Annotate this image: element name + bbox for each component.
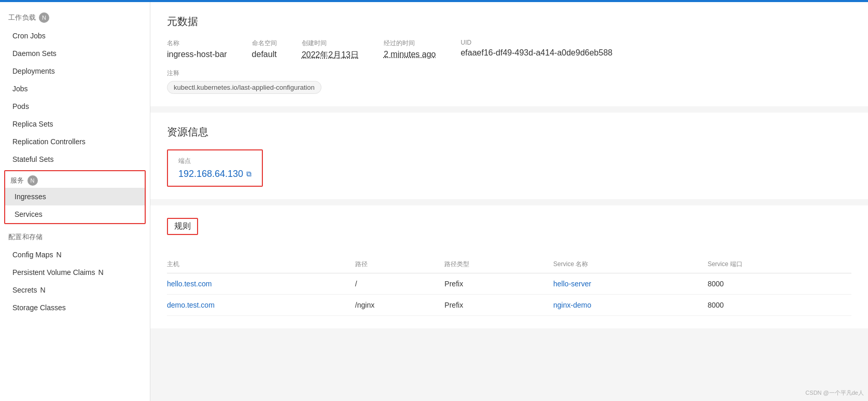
sidebar-item-storage-classes[interactable]: Storage Classes xyxy=(0,299,150,316)
col-path-type: 路径类型 xyxy=(444,256,553,273)
sidebar-item-stateful-sets[interactable]: Stateful Sets xyxy=(0,150,150,168)
metadata-title: 元数据 xyxy=(167,15,851,29)
metadata-section: 元数据 名称 ingress-host-bar 命名空间 default 创建时… xyxy=(150,2,868,106)
annotations-label: 注释 xyxy=(167,69,851,78)
namespace-field: 命名空间 default xyxy=(252,39,277,61)
sidebar-item-secrets[interactable]: Secrets N xyxy=(0,281,150,299)
created-field: 创建时间 2022年2月13日 xyxy=(302,39,359,61)
sidebar-item-config-maps[interactable]: Config Maps N xyxy=(0,246,150,264)
sidebar: 工作负载 N Cron Jobs Daemon Sets Deployments… xyxy=(0,2,150,401)
services-label: 服务 xyxy=(10,176,24,185)
row1-path-type: Prefix xyxy=(444,273,553,295)
row1-service-port: 8000 xyxy=(708,273,851,295)
row2-host[interactable]: demo.test.com xyxy=(167,295,355,316)
row2-path-type: Prefix xyxy=(444,295,553,316)
rules-table: 主机 路径 路径类型 Service 名称 Service 端口 hello.t… xyxy=(167,256,851,316)
config-section-header: 配置和存储 xyxy=(0,226,150,246)
row2-path: /nginx xyxy=(355,295,445,316)
col-service-name: Service 名称 xyxy=(553,256,708,273)
name-label: 名称 xyxy=(167,39,227,48)
watermark: CSDN @一个平凡de人 xyxy=(805,389,864,397)
services-section-box: 服务 N Ingresses Services xyxy=(4,170,146,224)
created-value: 2022年2月13日 xyxy=(302,50,359,61)
resource-info-title: 资源信息 xyxy=(167,125,851,139)
sidebar-item-replication-controllers[interactable]: Replication Controllers xyxy=(0,133,150,150)
row1-service-name[interactable]: hello-server xyxy=(553,273,708,295)
pvc-badge: N xyxy=(99,268,104,276)
sidebar-item-pvc[interactable]: Persistent Volume Claims N xyxy=(0,264,150,281)
rules-title: 规则 xyxy=(167,218,198,235)
row1-path: / xyxy=(355,273,445,295)
namespace-value: default xyxy=(252,50,277,59)
sidebar-item-services[interactable]: Services xyxy=(5,205,145,223)
created-label: 创建时间 xyxy=(302,39,359,48)
uid-field: UID efaaef16-df49-493d-a414-a0de9d6eb588 xyxy=(460,39,612,61)
age-value: 2 minutes ago xyxy=(384,50,436,59)
rules-section: 规则 主机 路径 路径类型 Service 名称 Service 端口 hell… xyxy=(150,205,868,328)
table-row: hello.test.com / Prefix hello-server 800… xyxy=(167,273,851,295)
config-maps-badge: N xyxy=(57,251,62,259)
external-link-icon[interactable]: ⧉ xyxy=(246,170,251,178)
age-label: 经过的时间 xyxy=(384,39,436,48)
secrets-badge: N xyxy=(40,286,45,294)
col-host: 主机 xyxy=(167,256,355,273)
annotations-row: 注释 kubectl.kubernetes.io/last-applied-co… xyxy=(167,69,851,94)
endpoint-ip: 192.168.64.130 xyxy=(178,169,243,179)
endpoint-box: 端点 192.168.64.130 ⧉ xyxy=(167,149,263,187)
workload-section-header: 工作负载 N xyxy=(0,6,150,27)
col-service-port: Service 端口 xyxy=(708,256,851,273)
resource-info-section: 资源信息 端点 192.168.64.130 ⧉ xyxy=(150,113,868,199)
row1-host[interactable]: hello.test.com xyxy=(167,273,355,295)
endpoint-value[interactable]: 192.168.64.130 ⧉ xyxy=(178,169,251,179)
sidebar-item-ingresses[interactable]: Ingresses xyxy=(5,188,145,205)
annotation-chip[interactable]: kubectl.kubernetes.io/last-applied-confi… xyxy=(167,81,321,94)
namespace-label: 命名空间 xyxy=(252,39,277,48)
name-field: 名称 ingress-host-bar xyxy=(167,39,227,61)
endpoint-label: 端点 xyxy=(178,157,251,165)
config-label: 配置和存储 xyxy=(8,232,43,242)
main-content: 元数据 名称 ingress-host-bar 命名空间 default 创建时… xyxy=(150,2,868,401)
row2-service-port: 8000 xyxy=(708,295,851,316)
sidebar-item-cron-jobs[interactable]: Cron Jobs xyxy=(0,27,150,45)
metadata-grid: 名称 ingress-host-bar 命名空间 default 创建时间 20… xyxy=(167,39,851,61)
services-badge: N xyxy=(27,175,38,186)
sidebar-item-pods[interactable]: Pods xyxy=(0,98,150,115)
sidebar-item-daemon-sets[interactable]: Daemon Sets xyxy=(0,45,150,62)
sidebar-item-jobs[interactable]: Jobs xyxy=(0,80,150,98)
sidebar-item-replica-sets[interactable]: Replica Sets xyxy=(0,115,150,133)
workload-badge: N xyxy=(39,12,49,23)
name-value: ingress-host-bar xyxy=(167,50,227,59)
uid-label: UID xyxy=(460,39,612,46)
sidebar-item-deployments[interactable]: Deployments xyxy=(0,62,150,80)
uid-value: efaaef16-df49-493d-a414-a0de9d6eb588 xyxy=(460,48,612,58)
col-path: 路径 xyxy=(355,256,445,273)
age-field: 经过的时间 2 minutes ago xyxy=(384,39,436,61)
services-section-header: 服务 N xyxy=(5,171,145,188)
table-row: demo.test.com /nginx Prefix nginx-demo 8… xyxy=(167,295,851,316)
workload-label: 工作负载 xyxy=(8,13,36,22)
row2-service-name[interactable]: nginx-demo xyxy=(553,295,708,316)
